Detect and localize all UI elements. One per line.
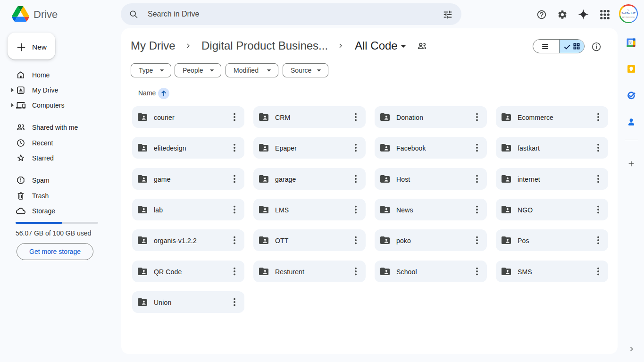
svg-text:31: 31 <box>629 41 634 45</box>
